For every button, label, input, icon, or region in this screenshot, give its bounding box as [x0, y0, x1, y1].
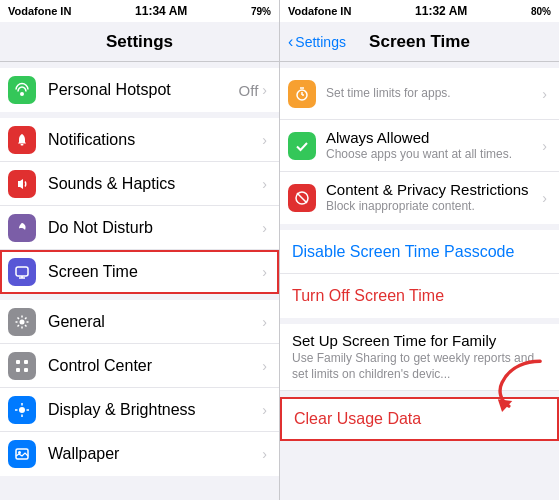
general-label: General [48, 313, 262, 331]
set-time-limits-text: Set time limits for apps. [326, 85, 542, 102]
do-not-disturb-chevron: › [262, 220, 267, 236]
clear-usage-wrap: Clear Usage Data [280, 397, 559, 441]
right-nav-bar: ‹ Settings Screen Time [280, 22, 559, 62]
screen-time-options-group: Set time limits for apps. › Always Allow… [280, 68, 559, 224]
right-time: 11:32 AM [415, 4, 467, 18]
sounds-haptics-icon [8, 170, 36, 198]
disable-passcode-label: Disable Screen Time Passcode [292, 243, 514, 261]
screen-time-label: Screen Time [48, 263, 262, 281]
notifications-icon [8, 126, 36, 154]
svg-line-23 [297, 193, 307, 203]
turn-off-label: Turn Off Screen Time [292, 287, 444, 305]
general-item[interactable]: General › [0, 300, 279, 344]
left-nav-bar: Settings [0, 22, 279, 62]
general-group: General › Control Center › Display & Bri… [0, 300, 279, 476]
left-time: 11:34 AM [135, 4, 187, 18]
screen-time-item[interactable]: Screen Time › [0, 250, 279, 294]
general-chevron: › [262, 314, 267, 330]
wallpaper-icon [8, 440, 36, 468]
display-brightness-label: Display & Brightness [48, 401, 262, 419]
svg-rect-3 [16, 267, 28, 276]
screen-time-chevron: › [262, 264, 267, 280]
control-center-item[interactable]: Control Center › [0, 344, 279, 388]
right-panel: Vodafone IN 11:32 AM 80% ‹ Settings Scre… [280, 0, 559, 500]
disable-passcode-item[interactable]: Disable Screen Time Passcode [280, 230, 559, 274]
set-time-limits-chevron: › [542, 86, 547, 102]
display-brightness-icon [8, 396, 36, 424]
svg-point-17 [18, 451, 21, 454]
notifications-label: Notifications [48, 131, 262, 149]
right-status-bar: Vodafone IN 11:32 AM 80% [280, 0, 559, 22]
content-privacy-icon [288, 184, 316, 212]
content-privacy-subtitle: Block inappropriate content. [326, 199, 542, 215]
left-panel: Vodafone IN 11:34 AM 79% Settings Person… [0, 0, 280, 500]
display-brightness-item[interactable]: Display & Brightness › [0, 388, 279, 432]
hotspot-group: Personal Hotspot Off › [0, 68, 279, 112]
turn-off-item[interactable]: Turn Off Screen Time [280, 274, 559, 318]
always-allowed-subtitle: Choose apps you want at all times. [326, 147, 542, 163]
right-carrier: Vodafone IN [288, 5, 351, 17]
content-privacy-title: Content & Privacy Restrictions [326, 181, 542, 198]
personal-hotspot-icon [8, 76, 36, 104]
svg-rect-1 [21, 144, 24, 146]
links-group: Disable Screen Time Passcode Turn Off Sc… [280, 230, 559, 318]
back-label: Settings [295, 34, 346, 50]
always-allowed-item[interactable]: Always Allowed Choose apps you want at a… [280, 120, 559, 172]
right-settings-list: Set time limits for apps. › Always Allow… [280, 62, 559, 500]
control-center-label: Control Center [48, 357, 262, 375]
svg-rect-7 [16, 360, 20, 364]
left-battery-icon: 79% [251, 6, 271, 17]
svg-rect-8 [24, 360, 28, 364]
sounds-haptics-item[interactable]: Sounds & Haptics › [0, 162, 279, 206]
do-not-disturb-icon [8, 214, 36, 242]
left-status-bar: Vodafone IN 11:34 AM 79% [0, 0, 279, 22]
screen-time-icon [8, 258, 36, 286]
personal-hotspot-label: Personal Hotspot [48, 81, 239, 99]
back-button[interactable]: ‹ Settings [288, 33, 346, 51]
content-privacy-chevron: › [542, 190, 547, 206]
svg-point-0 [20, 92, 24, 96]
personal-hotspot-value: Off [239, 82, 259, 99]
content-privacy-item[interactable]: Content & Privacy Restrictions Block ina… [280, 172, 559, 224]
personal-hotspot-chevron: › [262, 82, 267, 98]
sounds-haptics-chevron: › [262, 176, 267, 192]
always-allowed-chevron: › [542, 138, 547, 154]
left-settings-list: Personal Hotspot Off › Notifications › S… [0, 62, 279, 500]
control-center-chevron: › [262, 358, 267, 374]
svg-point-11 [19, 407, 25, 413]
notifications-chevron: › [262, 132, 267, 148]
general-icon [8, 308, 36, 336]
left-carrier: Vodafone IN [8, 5, 71, 17]
family-subtitle: Use Family Sharing to get weekly reports… [292, 351, 547, 382]
right-battery-icon: 80% [531, 6, 551, 17]
sounds-haptics-label: Sounds & Haptics [48, 175, 262, 193]
family-group: Set Up Screen Time for Family Use Family… [280, 324, 559, 391]
wallpaper-label: Wallpaper [48, 445, 262, 463]
right-nav-title: Screen Time [369, 32, 470, 52]
content-privacy-text: Content & Privacy Restrictions Block ina… [326, 181, 542, 215]
do-not-disturb-label: Do Not Disturb [48, 219, 262, 237]
back-chevron-icon: ‹ [288, 33, 293, 51]
do-not-disturb-item[interactable]: Do Not Disturb › [0, 206, 279, 250]
always-allowed-icon [288, 132, 316, 160]
family-title: Set Up Screen Time for Family [292, 332, 547, 349]
left-nav-title: Settings [106, 32, 173, 52]
family-setup-item[interactable]: Set Up Screen Time for Family Use Family… [280, 324, 559, 391]
wallpaper-item[interactable]: Wallpaper › [0, 432, 279, 476]
display-brightness-chevron: › [262, 402, 267, 418]
control-center-icon [8, 352, 36, 380]
svg-rect-10 [24, 368, 28, 372]
clear-usage-label: Clear Usage Data [294, 410, 421, 428]
left-right-icons: 79% [251, 6, 271, 17]
notifications-group: Notifications › Sounds & Haptics › Do No… [0, 118, 279, 294]
set-time-limits-subtitle: Set time limits for apps. [326, 86, 542, 102]
wallpaper-chevron: › [262, 446, 267, 462]
clear-usage-item[interactable]: Clear Usage Data [280, 397, 559, 441]
notifications-item[interactable]: Notifications › [0, 118, 279, 162]
set-time-limits-item[interactable]: Set time limits for apps. › [280, 68, 559, 120]
svg-marker-2 [18, 179, 23, 189]
set-time-limits-icon [288, 80, 316, 108]
personal-hotspot-item[interactable]: Personal Hotspot Off › [0, 68, 279, 112]
right-right-icons: 80% [531, 6, 551, 17]
always-allowed-text: Always Allowed Choose apps you want at a… [326, 129, 542, 163]
